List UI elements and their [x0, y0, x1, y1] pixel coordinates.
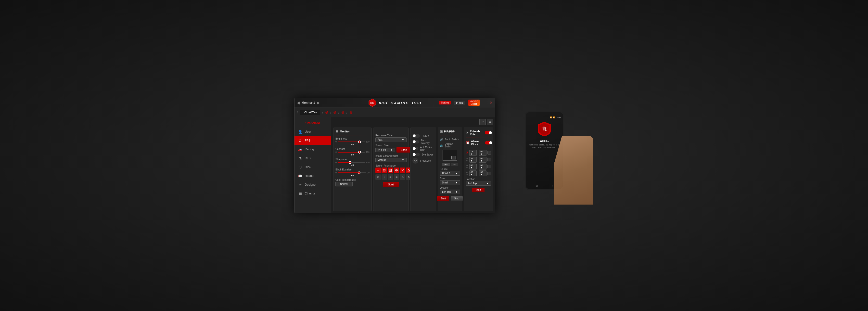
alarm-check-4[interactable] [488, 172, 491, 175]
svg-text:龍: 龍 [542, 127, 547, 131]
alarm-radio-1[interactable] [466, 152, 468, 154]
zero-latency-toggle[interactable] [412, 140, 419, 144]
response-time-select[interactable]: Fast ▼ [375, 137, 406, 142]
pip-stop-button[interactable]: Stop [451, 196, 463, 201]
sidebar-item-racing[interactable]: 🚗 Racing [294, 145, 331, 154]
monitor-start-button[interactable]: Start [383, 182, 399, 187]
sidebar-item-rts[interactable]: ⚗ RTS [294, 154, 331, 163]
eye-saver-row: Eye Saver [412, 153, 434, 156]
brightness-slider[interactable] [338, 142, 365, 142]
alarm-check-2[interactable] [488, 158, 491, 161]
assist-btn-2[interactable] [381, 167, 387, 173]
sidebar-item-user[interactable]: 👤 User [294, 127, 331, 136]
refresh-location-select[interactable]: Left Top ▼ [466, 181, 491, 186]
alarm-hour-3[interactable]: 45 ▼ [469, 164, 477, 169]
svg-text:MSI: MSI [370, 101, 374, 104]
window-nav: ◀ Monitor-1 ▶ [297, 101, 320, 105]
panels-container: ↗ ⚙ 🖥 Monitor Brightness [331, 117, 495, 213]
sidebar-item-designer[interactable]: ✏ Designer [294, 180, 331, 189]
title-bar: ◀ Monitor-1 ▶ MSI msi GAMING OSD Setting… [294, 98, 495, 107]
screen-size-start-button[interactable]: Start [397, 147, 412, 153]
cinema-icon: ▦ [298, 192, 302, 195]
tab-divider-3: / [330, 111, 331, 114]
sidebar-item-rpg[interactable]: ⬡ RPG [294, 163, 331, 172]
pip-tab[interactable]: PIP [451, 163, 458, 166]
assist-btn-4[interactable] [394, 167, 399, 173]
tab-lol-wow[interactable]: LOL +WOW [300, 110, 320, 115]
phone-back-icon[interactable]: ◁ [535, 184, 537, 187]
mystic-light-badge: MYSTICLIGHT [468, 100, 479, 106]
assist-icon-1[interactable]: ⊞ [375, 175, 381, 180]
refresh-start-button[interactable]: Start [472, 188, 484, 192]
svg-rect-6 [389, 169, 392, 172]
image-enhancement-select[interactable]: Medium ▼ [375, 158, 406, 162]
assist-icon-4[interactable]: ⊠ [394, 175, 399, 180]
minimize-button[interactable]: — [483, 100, 487, 105]
alarm-min-3[interactable]: 00 ▼ [479, 164, 487, 169]
assist-btn-3[interactable] [388, 167, 393, 173]
assist-icon-3[interactable]: ⊞ [388, 175, 393, 180]
color-temp-value[interactable]: Normal [335, 182, 352, 186]
brightness-value: 80 [335, 143, 370, 146]
alarm-radio-4[interactable] [466, 172, 468, 175]
audio-switch-row: 🔊 Audio Switch [440, 138, 460, 141]
tab-add-4[interactable]: ⊕ [349, 110, 352, 115]
alarm-hour-1[interactable]: 15 ▼ [469, 150, 477, 156]
alarm-min-1[interactable]: 00 ▼ [479, 150, 487, 156]
anti-motion-blur-row: Anti Motion Blur [412, 146, 434, 151]
tab-add-2[interactable]: ⊕ [333, 110, 336, 115]
black-eq-slider[interactable] [338, 173, 366, 173]
black-eq-row: Black Equalizer 0 20 60 [335, 168, 370, 177]
tab-add-3[interactable]: ⊕ [341, 110, 344, 115]
alarm-min-4[interactable]: 00 ▼ [479, 170, 487, 176]
alarm-radio-3[interactable] [466, 165, 468, 168]
assist-btn-5[interactable] [400, 167, 405, 173]
monitor-icon: 🖥 [335, 130, 338, 133]
alarm-check-3[interactable] [488, 165, 491, 168]
phone-time: 12:30 [556, 116, 560, 119]
pip-start-button[interactable]: Start [437, 196, 449, 201]
phone-status-bar: 📶 📶 12:30 [528, 116, 560, 119]
nav-next[interactable]: ▶ [317, 101, 320, 105]
pip-size-select[interactable]: Small ▼ [440, 180, 460, 185]
refresh-rate-toggle[interactable] [485, 131, 491, 134]
assist-icon-5[interactable]: ⊙ [400, 175, 405, 180]
pbp-tab[interactable]: PBP [442, 163, 450, 166]
alarm-check-1[interactable] [488, 151, 491, 155]
sharpness-slider[interactable] [338, 162, 365, 163]
pip-location-select[interactable]: Left Top ▼ [440, 190, 460, 194]
settings-icon[interactable]: ⚙ [487, 119, 493, 125]
refresh-icon: ⟳ [466, 131, 468, 134]
nav-prev[interactable]: ◀ [297, 101, 300, 105]
eye-saver-toggle[interactable] [412, 153, 420, 156]
alarm-hour-2[interactable]: 31 ▼ [469, 157, 477, 163]
phone-home-icon[interactable]: ○ [552, 184, 553, 187]
alarm-clock-toggle[interactable] [485, 141, 491, 145]
freesync-icon[interactable] [412, 158, 418, 164]
setting-badge[interactable]: Setting [439, 101, 451, 104]
monitor-panel-header: 🖥 Monitor [335, 130, 370, 133]
alarm-min-2[interactable]: 00 ▼ [479, 157, 487, 163]
sidebar-item-cinema[interactable]: ▦ Cinema [294, 189, 331, 198]
msi-dragon-icon: MSI [368, 98, 377, 107]
pip-source-select[interactable]: HDMI 1 ▼ [440, 171, 460, 176]
close-button[interactable]: ✕ [489, 100, 493, 105]
alarm-hour-4[interactable]: 60 ▼ [469, 170, 477, 176]
screen-size-group: Screen Size 24 ( 4:3 ) ▼ Start [375, 144, 406, 153]
sidebar-item-reader[interactable]: 📖 Reader [294, 172, 331, 180]
sidebar-item-fps[interactable]: ⊙ FPS [294, 136, 331, 145]
phone-welcome-text: Welco... [540, 139, 549, 142]
anti-motion-blur-toggle[interactable] [412, 147, 418, 150]
contrast-slider[interactable] [338, 152, 365, 153]
contrast-label: Contrast [335, 148, 370, 150]
tab-add-1[interactable]: ⊕ [325, 110, 328, 115]
alarm-radio-2[interactable] [466, 158, 468, 161]
assist-icon-2[interactable]: + [381, 175, 387, 180]
screen-size-select[interactable]: 24 ( 4:3 ) ▼ [375, 148, 395, 152]
export-icon[interactable]: ↗ [479, 119, 486, 125]
hdcr-toggle[interactable] [412, 134, 420, 137]
eye-saver-label: Eye Saver [422, 153, 433, 156]
response-time-label: Response Time [375, 134, 406, 137]
assist-btn-1[interactable] [375, 167, 381, 173]
rpg-icon: ⬡ [298, 165, 302, 169]
